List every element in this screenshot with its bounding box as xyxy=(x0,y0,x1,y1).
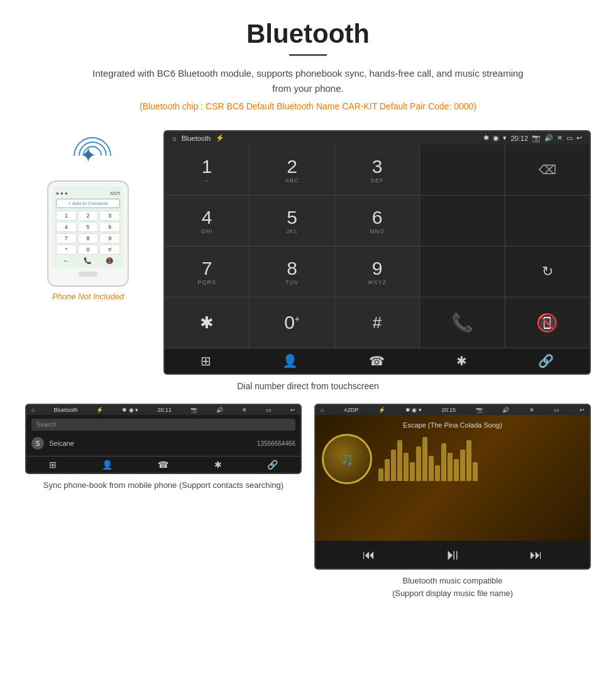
ms-bt: ✱ ◉ ▾ xyxy=(405,407,422,413)
dial-key-1[interactable]: 1 ∽ xyxy=(165,145,249,195)
dial-key-3[interactable]: 3 DEF xyxy=(335,145,419,195)
phone-home-button[interactable] xyxy=(79,272,97,277)
ms-title: A2DP xyxy=(344,407,359,413)
phone-call-btn[interactable]: 📞 xyxy=(84,257,91,264)
phonebook-caption: Sync phone-book from mobile phone (Suppo… xyxy=(43,479,283,492)
phone-key-hash[interactable]: # xyxy=(99,245,120,255)
ms-home-icon[interactable]: ⌂ xyxy=(321,407,324,413)
eq-bar xyxy=(466,440,471,481)
contact-name: Seicane xyxy=(49,440,252,447)
pb-nav-bt[interactable]: ✱ xyxy=(214,460,222,470)
bluetooth-signal: ✦ xyxy=(57,130,119,180)
dial-key-0[interactable]: 0+ xyxy=(250,297,334,348)
phonebook-search[interactable]: Search xyxy=(31,419,295,431)
music-main-area: ♫ xyxy=(322,434,583,484)
dial-key-4[interactable]: 4 GHI xyxy=(165,196,249,246)
home-icon[interactable]: ⌂ xyxy=(172,135,177,142)
pb-usb: ⚡ xyxy=(96,407,103,413)
dial-backspace[interactable]: ⌫ xyxy=(505,145,590,195)
status-bar-right: ✱ ◉ ▾ 20:12 📷 🔊 ✕ ▭ ↩ xyxy=(483,134,582,142)
phone-back-btn[interactable]: ← xyxy=(63,257,69,264)
eq-bar xyxy=(454,459,459,481)
pb-close[interactable]: ✕ xyxy=(242,407,247,413)
eq-bar xyxy=(385,459,390,481)
phone-key-1[interactable]: 1 xyxy=(56,211,77,221)
ms-back[interactable]: ↩ xyxy=(580,407,585,413)
phone-mockup: ✦ ● ● ● M25 + Add to Contacts 1 2 3 4 5 … xyxy=(25,130,151,375)
dial-key-2[interactable]: 2 ABC xyxy=(250,145,334,195)
pb-home-icon[interactable]: ⌂ xyxy=(31,407,35,413)
dial-call-red[interactable]: 📵 xyxy=(505,297,590,348)
ms-win[interactable]: ▭ xyxy=(554,407,559,413)
ms-vol[interactable]: 🔊 xyxy=(502,407,509,413)
status-title: Bluetooth xyxy=(182,135,211,142)
phone-device: ● ● ● M25 + Add to Contacts 1 2 3 4 5 6 … xyxy=(47,180,129,287)
window-icon[interactable]: ▭ xyxy=(566,134,573,142)
eq-bar xyxy=(416,446,421,481)
eq-bar xyxy=(473,462,478,481)
dial-key-5[interactable]: 5 JKL xyxy=(250,196,334,246)
phone-key-9[interactable]: 9 xyxy=(99,233,120,243)
dial-key-9[interactable]: 9 WXYZ xyxy=(335,246,419,297)
phone-key-4[interactable]: 4 xyxy=(56,222,77,232)
pb-nav-phone[interactable]: ☎ xyxy=(158,460,168,470)
phone-key-7[interactable]: 7 xyxy=(56,233,77,243)
pb-vol[interactable]: 🔊 xyxy=(216,407,223,413)
pb-nav-contacts[interactable]: 👤 xyxy=(102,460,113,470)
pb-nav-apps[interactable]: ⊞ xyxy=(49,460,57,470)
ms-close[interactable]: ✕ xyxy=(529,407,534,413)
phone-key-5[interactable]: 5 xyxy=(78,222,99,232)
dial-key-8[interactable]: 8 TUV xyxy=(250,246,334,297)
eq-bar xyxy=(448,453,453,481)
phone-key-3[interactable]: 3 xyxy=(99,211,120,221)
prev-track-button[interactable]: ⏮ xyxy=(363,548,375,562)
contact-row[interactable]: S Seicane 13566664466 xyxy=(31,434,295,452)
eq-bar xyxy=(378,468,383,481)
eq-bar xyxy=(429,456,434,481)
camera-icon[interactable]: 📷 xyxy=(532,134,541,142)
dial-key-star[interactable]: ✱ xyxy=(165,297,249,348)
pb-back[interactable]: ↩ xyxy=(290,407,295,413)
nav-phone-icon[interactable]: ☎ xyxy=(369,353,385,368)
music-note-icon: ♫ xyxy=(341,449,354,469)
phone-add-contact[interactable]: + Add to Contacts xyxy=(56,199,120,208)
close-icon[interactable]: ✕ xyxy=(557,134,563,142)
pb-win[interactable]: ▭ xyxy=(266,407,272,413)
phonebook-bottom-nav: ⊞ 👤 ☎ ✱ 🔗 xyxy=(26,456,300,473)
phone-key-star[interactable]: * xyxy=(56,245,77,255)
eq-bar xyxy=(422,437,427,481)
signal-icon: ▾ xyxy=(503,134,507,142)
phonebook-screen: ⌂ Bluetooth ⚡ ✱ ◉ ▾ 20:11 📷 🔊 ✕ ▭ ↩ Sear… xyxy=(25,404,302,474)
contact-phone: 13566664466 xyxy=(257,440,295,447)
nav-contacts-icon[interactable]: 👤 xyxy=(282,353,298,368)
pb-camera[interactable]: 📷 xyxy=(190,407,197,413)
phonebook-screen-item: ⌂ Bluetooth ⚡ ✱ ◉ ▾ 20:11 📷 🔊 ✕ ▭ ↩ Sear… xyxy=(25,404,302,599)
next-track-button[interactable]: ⏭ xyxy=(530,548,542,562)
dial-key-7[interactable]: 7 PQRS xyxy=(165,246,249,297)
dial-refresh[interactable]: ↻ xyxy=(505,246,590,297)
music-status-bar: ⌂ A2DP ⚡ ✱ ◉ ▾ 20:15 📷 🔊 ✕ ▭ ↩ xyxy=(316,405,590,415)
page-description: Integrated with BC6 Bluetooth module, su… xyxy=(88,66,528,96)
phone-key-2[interactable]: 2 xyxy=(78,211,99,221)
back-icon[interactable]: ↩ xyxy=(576,134,582,142)
phone-key-8[interactable]: 8 xyxy=(78,233,99,243)
phone-screen: ● ● ● M25 + Add to Contacts 1 2 3 4 5 6 … xyxy=(53,187,123,268)
dial-key-6[interactable]: 6 MNO xyxy=(335,196,419,246)
volume-icon[interactable]: 🔊 xyxy=(544,134,553,142)
phone-key-0[interactable]: 0 xyxy=(78,245,99,255)
bluetooth-icon: ✦ xyxy=(80,143,97,167)
nav-apps-icon[interactable]: ⊞ xyxy=(201,353,211,368)
pb-nav-link[interactable]: 🔗 xyxy=(267,460,278,470)
nav-bluetooth-icon[interactable]: ✱ xyxy=(456,353,467,368)
bluetooth-status-icon: ✱ xyxy=(483,134,489,142)
dial-key-hash[interactable]: # xyxy=(335,297,419,348)
ms-camera[interactable]: 📷 xyxy=(476,407,483,413)
dial-call-green[interactable]: 📞 xyxy=(420,297,504,348)
page-title: Bluetooth xyxy=(13,19,603,49)
dial-caption: Dial number direct from touchscreen xyxy=(0,381,616,391)
phone-key-6[interactable]: 6 xyxy=(99,222,120,232)
phone-end-btn[interactable]: 📵 xyxy=(106,257,113,264)
nav-link-icon[interactable]: 🔗 xyxy=(538,353,554,368)
album-art: ♫ xyxy=(322,434,372,484)
play-pause-button[interactable]: ⏯ xyxy=(445,546,460,563)
